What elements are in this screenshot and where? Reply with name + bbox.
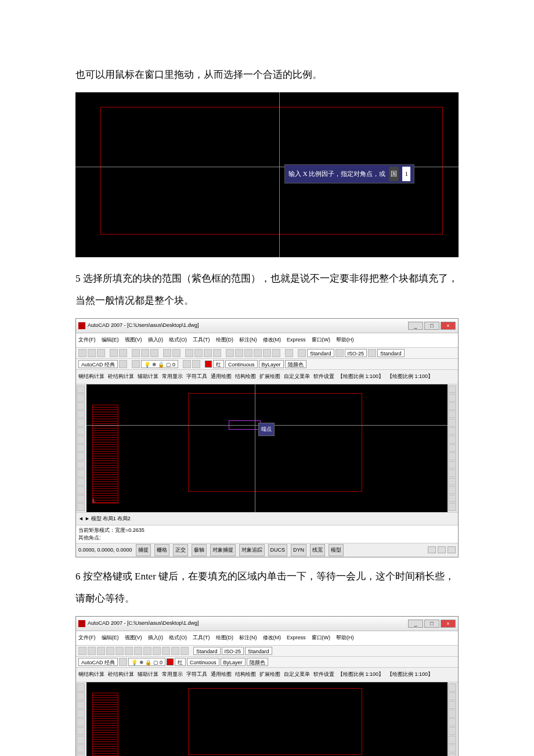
hatch-icon[interactable] [77,486,85,494]
tray-icon[interactable] [428,546,436,553]
save-icon[interactable] [97,647,105,655]
copy-obj-icon[interactable] [448,692,456,700]
layer-icon[interactable] [132,360,140,368]
tab-display[interactable]: 常用显示 [162,371,183,383]
tab-ext[interactable]: 扩展绘图 [259,669,280,681]
tab-ext[interactable]: 扩展绘图 [259,371,280,383]
block-icon[interactable] [77,469,85,477]
scale-icon[interactable] [448,736,456,744]
extend-icon[interactable] [448,469,456,477]
menu-window[interactable]: 窗口(W) [312,334,331,346]
circle-icon[interactable] [77,435,85,443]
polygon-icon[interactable] [77,411,85,418]
properties-icon[interactable] [226,349,234,357]
line-icon[interactable] [77,683,85,692]
zoom-icon[interactable] [171,647,179,655]
copy-icon[interactable] [125,647,133,655]
menu-draw[interactable]: 绘图(D) [216,334,234,346]
close-button[interactable]: × [441,322,456,330]
tab-model[interactable]: 模型 [91,513,102,525]
dim-style-combo[interactable]: ISO-25 [345,349,367,357]
help-icon[interactable] [285,349,293,357]
color-combo[interactable]: 红 [175,658,186,666]
close-button[interactable]: × [441,620,456,628]
menu-express[interactable]: Express [287,632,306,644]
snap-toggle[interactable]: 捕捉 [136,544,151,557]
menu-draw[interactable]: 绘图(D) [216,632,234,644]
tab-steel[interactable]: 钢结构计算 [78,669,104,681]
properties-icon[interactable] [181,647,189,655]
command-line[interactable]: 当前矩形模式：宽度=0.2635 其他角点: [76,525,458,542]
tab-display[interactable]: 常用显示 [162,669,183,681]
workspace-combo[interactable]: AutoCAD 经典 [78,658,118,666]
tab-struct[interactable]: 结构绘图 [235,669,256,681]
menu-tools[interactable]: 工具(T) [193,632,210,644]
explode-icon[interactable] [448,503,456,510]
offset-icon[interactable] [448,710,456,718]
tab-steel[interactable]: 钢结构计算 [78,371,104,383]
spline-icon[interactable] [77,452,85,460]
tab-struct[interactable]: 结构绘图 [235,371,256,383]
tab-text[interactable]: 字符工具 [186,669,207,681]
hatch-icon[interactable] [77,753,85,756]
layer-state-icon[interactable] [183,360,191,368]
drawing-canvas[interactable]: └ [86,682,448,756]
menu-file[interactable]: 文件(F) [78,334,96,346]
array-icon[interactable] [448,419,456,426]
lineweight-combo[interactable]: ByLayer [259,360,284,368]
layer-combo[interactable]: 💡 ❄ 🔒 ▢ 0 [128,658,165,666]
markup-icon[interactable] [263,349,271,357]
new-icon[interactable] [78,647,86,655]
text-style-combo[interactable]: Standard [193,647,221,655]
offset-icon[interactable] [448,411,456,418]
spline-icon[interactable] [77,744,85,753]
menu-help[interactable]: 帮助(H) [336,334,354,346]
menu-view[interactable]: 视图(V) [125,334,142,346]
menu-tools[interactable]: 工具(T) [193,334,210,346]
tab-layout2[interactable]: 布局2 [117,513,131,525]
polar-toggle[interactable]: 极轴 [192,544,207,557]
tray-icon[interactable] [438,546,446,553]
menu-edit[interactable]: 编辑(E) [102,632,119,644]
workspace-combo[interactable]: AutoCAD 经典 [78,360,118,368]
tab-aux[interactable]: 辅助计算 [138,371,158,383]
move-icon[interactable] [448,427,456,435]
tab-general[interactable]: 通用绘图 [211,669,232,681]
chamfer-icon[interactable] [448,495,456,502]
mirror-icon[interactable] [448,701,456,709]
xline-icon[interactable] [77,394,85,401]
plotstyle-combo[interactable]: 随颜色 [247,658,268,666]
tab-custom[interactable]: 自定义菜单 [284,371,310,383]
tab-settings[interactable]: 软件设置 [313,371,334,383]
arc-icon[interactable] [77,427,85,435]
grid-toggle[interactable]: 栅格 [154,544,169,557]
linetype-combo[interactable]: Continuous [187,658,219,666]
cut-icon[interactable] [132,349,140,357]
text-style-combo[interactable]: Standard [307,349,334,357]
tab-settings[interactable]: 软件设置 [313,669,334,681]
drawing-canvas[interactable]: 端点 └ [86,384,448,512]
lineweight-combo[interactable]: ByLayer [221,658,246,666]
copy-icon[interactable] [141,349,149,357]
menu-insert[interactable]: 插入(I) [148,334,164,346]
tab-aux[interactable]: 辅助计算 [138,669,158,681]
tab-general[interactable]: 通用绘图 [211,371,232,383]
minimize-button[interactable]: _ [408,620,423,628]
menu-edit[interactable]: 编辑(E) [102,334,119,346]
maximize-button[interactable]: □ [424,322,439,330]
design-center-icon[interactable] [235,349,243,357]
erase-icon[interactable] [448,683,456,692]
trim-icon[interactable] [448,744,456,753]
dim-style-combo[interactable]: ISO-25 [222,647,244,655]
table-style-icon[interactable] [368,349,376,357]
undo-icon[interactable] [143,647,151,655]
color-swatch[interactable] [205,361,212,368]
menu-format[interactable]: 格式(O) [169,334,187,346]
menu-view[interactable]: 视图(V) [125,632,142,644]
pline-icon[interactable] [77,701,85,709]
layer-prev-icon[interactable] [192,360,200,368]
pan-icon[interactable] [162,647,170,655]
tab-concrete[interactable]: 砼结构计算 [108,669,134,681]
menu-dim[interactable]: 标注(N) [239,632,257,644]
revcloud-icon[interactable] [77,444,85,452]
